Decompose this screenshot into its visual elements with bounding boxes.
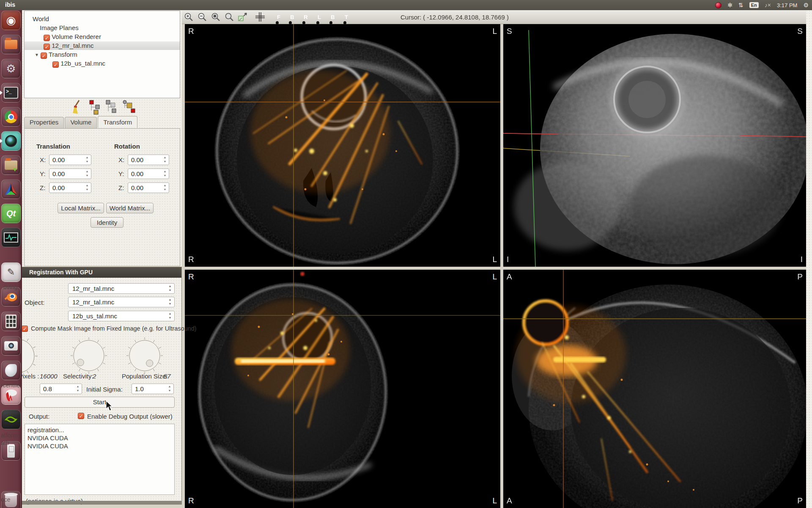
tab-properties[interactable]: Properties [24,117,64,129]
view-top-button[interactable]: T [341,11,351,23]
sync-arrows-icon[interactable]: ⇅ [738,2,743,8]
viewport-coronal[interactable]: R L R L [185,270,500,508]
spin-arrows-icon[interactable]: ▲▼ [85,169,90,178]
spin-arrows-icon[interactable]: ▲▼ [167,298,173,306]
zoom-fit-button[interactable] [209,11,222,23]
launcher-icon-terminal[interactable]: >_ [1,83,21,102]
launcher-icon-nvidia-settings[interactable] [1,410,21,429]
rotation-x-spinbox[interactable]: 0.00▲▼ [128,155,169,165]
local-matrix-button[interactable]: Local Matrix... [58,203,104,213]
moving-image-combo[interactable]: 12b_us_tal.mnc▲▼ [68,311,175,321]
selectivity-knob[interactable] [70,337,108,375]
transform-object-combo[interactable]: 12_mr_tal.mnc▲▼ [68,297,175,307]
zoom-out-button[interactable] [196,11,208,23]
spin-arrows-icon[interactable]: ▲▼ [75,384,80,393]
population-size-value: 57 [164,373,171,380]
app-indicator-icon[interactable] [715,2,721,8]
spin-arrows-icon[interactable]: ▲▼ [85,155,90,164]
spin-arrows-icon[interactable]: ▲▼ [162,183,167,192]
launcher-icon-cmake[interactable] [1,179,21,199]
orientation-label: L [492,272,497,282]
running-indicator-arrow [0,91,3,95]
population-size-knob[interactable] [126,337,164,375]
clock[interactable]: 3:17 PM [777,2,797,8]
zoom-in-button[interactable] [182,11,195,23]
output-label: Output: [29,413,49,420]
power-gear-icon[interactable]: ⚙ [803,2,809,8]
clean-scene-button[interactable] [69,99,82,115]
debug-output-checkbox[interactable]: ✓ [78,413,84,419]
launcher-icon-ubuntu-dash[interactable]: ◉ [1,11,21,30]
initial-sigma-spinbox[interactable]: 1.0▲▼ [132,384,174,394]
expander-arrow-icon[interactable]: ▼ [35,51,39,59]
view-bottom-button[interactable]: B [328,11,338,23]
launcher-icon-text-editor[interactable]: ✎ [1,262,21,282]
registration-output-textarea[interactable]: registration... NVIDIA CUDA NVIDIA CUDA [25,424,175,495]
launcher-icon-system-settings[interactable]: ⚙ [1,59,21,78]
translation-y-spinbox[interactable]: 0.00▲▼ [49,168,91,179]
graph-tool-button-1[interactable] [89,99,102,115]
graph-tool-button-2[interactable] [105,99,118,115]
pencil-document-icon: ✎ [7,268,15,277]
tree-item-transform[interactable]: ▼ ✓ Transform [25,50,180,59]
checkbox-checked[interactable]: ✓ [52,61,59,68]
launcher-icon-camera-capture[interactable] [1,336,21,356]
clipped-label-fragment: rcentile: [1,382,22,389]
viewport-3d[interactable]: S S I I [503,24,806,267]
tree-item-image-planes[interactable]: Image Planes [25,24,180,32]
session-indicator-icon[interactable]: ✻ [727,2,732,8]
orientation-label: L [492,496,497,505]
view-right-button[interactable]: R [301,11,311,23]
expand-views-button[interactable] [236,11,249,23]
view-front-button[interactable]: F [274,11,284,23]
spin-arrows-icon[interactable]: ▲▼ [162,155,167,164]
spin-arrows-icon[interactable]: ▲▼ [85,183,90,192]
launcher-icon-qt-creator[interactable]: Qt [1,204,21,223]
tab-volume[interactable]: Volume [65,117,97,129]
zoom-out-icon [198,12,207,22]
running-indicator-arrow [0,139,3,143]
tree-item-world[interactable]: World [25,15,180,23]
view-back-button[interactable]: B [287,11,297,23]
dialog-titlebar[interactable]: Registration With GPU [0,267,181,278]
mask-checkbox[interactable]: ✓ [22,326,28,332]
start-button[interactable]: Start [25,397,175,408]
launcher-icon-files[interactable] [1,35,21,54]
zoom-reset-button[interactable] [223,11,236,23]
tree-item-12b-us-tal[interactable]: ✓ 12b_us_tal.mnc [25,59,180,68]
spin-arrows-icon[interactable]: ▲▼ [162,169,167,178]
launcher-icon-calculator[interactable] [1,312,21,331]
identity-button[interactable]: Identity [91,217,123,228]
translation-z-spinbox[interactable]: 0.00▲▼ [49,182,91,193]
world-matrix-button[interactable]: World Matrix... [106,203,154,213]
blender-icon [4,291,18,303]
volume-muted-icon[interactable]: ♪× [765,2,771,8]
checkbox-checked[interactable]: ✓ [44,44,50,50]
launcher-icon-system-monitor[interactable] [1,228,21,247]
viewport-axial[interactable]: R L R L [185,24,500,267]
crosshair-grid-button[interactable] [254,11,266,23]
camera-icon [4,341,18,351]
checkbox-checked[interactable]: ✓ [44,35,50,41]
graph-tool-button-3[interactable] [122,99,136,115]
tree-item-12-mr-tal[interactable]: ✓ 12_mr_tal.mnc [25,41,180,50]
fixed-image-combo[interactable]: 12_mr_tal.mnc▲▼ [68,283,175,294]
keyboard-layout-indicator[interactable]: En [749,2,759,8]
tab-transform[interactable]: Transform [98,116,137,128]
view-left-button[interactable]: L [314,11,324,23]
percentile-spinbox[interactable]: 0.8▲▼ [40,384,82,394]
launcher-icon-camera-app[interactable] [1,131,21,151]
launcher-icon-package-installer[interactable]: ▼ [1,155,21,175]
translation-x-spinbox[interactable]: 0.00▲▼ [49,155,91,165]
viewport-sagittal[interactable]: A P A P [503,270,806,508]
spin-arrows-icon[interactable]: ▲▼ [167,384,172,393]
rotation-z-spinbox[interactable]: 0.00▲▼ [128,182,169,193]
launcher-icon-paraview[interactable] [1,361,21,380]
spin-arrows-icon[interactable]: ▲▼ [167,284,173,293]
spin-arrows-icon[interactable]: ▲▼ [167,312,173,320]
scene-tree: World Image Planes ✓ Volume Renderer ✓ 1… [24,11,180,98]
launcher-icon-chrome[interactable] [1,107,21,127]
tree-item-volume-renderer[interactable]: ✓ Volume Renderer [25,33,180,41]
checkbox-checked[interactable]: ✓ [41,52,47,59]
rotation-y-spinbox[interactable]: 0.00▲▼ [128,168,169,179]
